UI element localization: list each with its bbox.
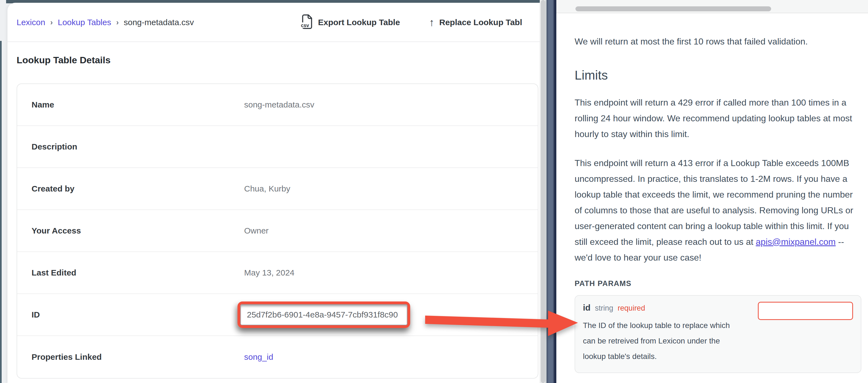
path-param-card: id string required The ID of the lookup … — [575, 295, 861, 373]
lexicon-header: Lexicon › Lookup Tables › song-metadata.… — [7, 3, 540, 42]
api-docs-panel: We will return at most the first 10 rows… — [556, 0, 868, 383]
replace-button-label: Replace Lookup Tabl — [439, 18, 522, 27]
left-vertical-scrollbar[interactable] — [540, 0, 546, 383]
replace-lookup-table-button[interactable]: ↑ Replace Lookup Tabl — [429, 3, 522, 42]
breadcrumb-current-file: song-metadata.csv — [124, 18, 194, 27]
param-type: string — [595, 304, 613, 313]
docs-content: We will return at most the first 10 rows… — [575, 13, 861, 373]
horizontal-scrollbar-thumb[interactable] — [576, 6, 771, 11]
table-row-last-edited: Last Edited May 13, 2024 — [17, 252, 538, 294]
upload-arrow-icon: ↑ — [429, 17, 434, 28]
chevron-right-icon: › — [116, 18, 119, 27]
lookup-table-id-value[interactable]: 25d7f2b6-6901-4e8a-9457-7cbf931f8c90 — [240, 304, 407, 325]
breadcrumb-lookup-tables-link[interactable]: Lookup Tables — [58, 18, 111, 27]
param-description: The ID of the lookup table to replace wh… — [583, 318, 743, 364]
limits-paragraph-413: This endpoint will return a 413 error if… — [575, 155, 861, 266]
row-label: Name — [17, 100, 244, 109]
window-left-edge — [0, 41, 2, 383]
breadcrumb-lexicon-link[interactable]: Lexicon — [17, 18, 45, 27]
row-value: Owner — [244, 226, 269, 236]
limits-heading: Limits — [575, 68, 861, 82]
apis-mixpanel-email-link[interactable]: apis@mixpanel.com — [756, 237, 836, 247]
horizontal-scrollbar-track[interactable] — [556, 0, 868, 13]
limits-paragraph-429: This endpoint will return a 429 error if… — [575, 95, 861, 142]
param-required-badge: required — [618, 304, 645, 313]
row-value: song-metadata.csv — [244, 100, 314, 109]
table-row-id: ID 25d7f2b6-6901-4e8a-9457-7cbf931f8c90 — [17, 294, 538, 336]
annotation-highlight-box: 25d7f2b6-6901-4e8a-9457-7cbf931f8c90 — [238, 302, 410, 328]
breadcrumb: Lexicon › Lookup Tables › song-metadata.… — [17, 3, 194, 42]
row-label: Created by — [17, 184, 244, 194]
table-row-your-access: Your Access Owner — [17, 210, 538, 252]
paragraph-text: This endpoint will return a 413 error if… — [575, 158, 853, 247]
row-label: Your Access — [17, 226, 244, 236]
svg-text:csv: csv — [301, 23, 309, 28]
scrollbar-thumb[interactable] — [541, 0, 545, 383]
lexicon-app-card: Lexicon › Lookup Tables › song-metadata.… — [7, 3, 540, 383]
details-table: Name song-metadata.csv Description Creat… — [17, 83, 538, 379]
row-value: Chua, Kurby — [244, 184, 290, 194]
csv-file-icon: csv — [300, 14, 313, 31]
screenshot-stage: Lexicon › Lookup Tables › song-metadata.… — [0, 0, 868, 383]
table-row-name: Name song-metadata.csv — [17, 84, 538, 126]
page-title: Lookup Table Details — [17, 55, 111, 66]
table-row-description: Description — [17, 126, 538, 168]
lookup-table-details-panel: Lexicon › Lookup Tables › song-metadata.… — [0, 0, 540, 383]
panel-divider — [546, 0, 556, 383]
table-row-created-by: Created by Chua, Kurby — [17, 168, 538, 210]
param-name: id — [583, 303, 591, 313]
export-button-label: Export Lookup Table — [318, 18, 400, 27]
row-label: Properties Linked — [17, 352, 244, 362]
song-id-property-link[interactable]: song_id — [244, 352, 273, 361]
validation-note-text: We will return at most the first 10 rows… — [575, 34, 861, 49]
row-label: Last Edited — [17, 268, 244, 277]
id-param-input[interactable] — [758, 302, 853, 320]
path-params-heading: PATH PARAMS — [575, 279, 861, 288]
row-label: ID — [17, 310, 244, 319]
row-label: Description — [17, 142, 244, 151]
export-lookup-table-button[interactable]: csv Export Lookup Table — [300, 3, 400, 42]
chevron-right-icon: › — [50, 18, 53, 27]
row-value: 25d7f2b6-6901-4e8a-9457-7cbf931f8c90 — [244, 302, 410, 328]
row-value: May 13, 2024 — [244, 268, 294, 277]
table-row-properties-linked: Properties Linked song_id — [17, 336, 538, 378]
